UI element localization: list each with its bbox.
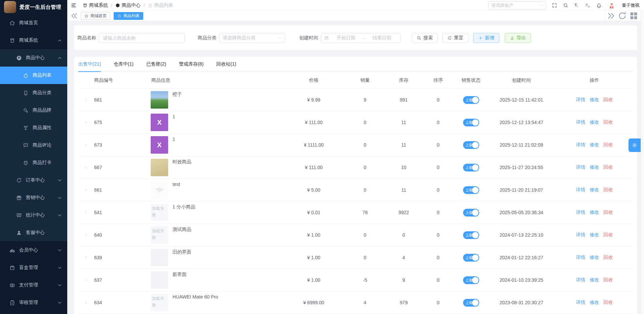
recycle-link[interactable]: 回收 [604, 300, 613, 306]
status-toggle[interactable]: 上架 [463, 119, 479, 126]
edit-link[interactable]: 修改 [590, 119, 599, 125]
recycle-link[interactable]: 回收 [604, 232, 613, 238]
expand-row-icon[interactable] [84, 278, 88, 282]
sidebar-item-goods-brand[interactable]: 商品品牌 [0, 102, 67, 119]
page-tab-0[interactable]: 商城首页 [81, 12, 110, 20]
status-tab-1[interactable]: 仓库中(1) [114, 57, 134, 72]
sidebar-item-statistics-center[interactable]: 统计中心 [0, 206, 67, 224]
detail-link[interactable]: 详情 [576, 142, 585, 148]
sidebar-item-shop-system[interactable]: 商城系统 [0, 32, 67, 49]
detail-link[interactable]: 详情 [576, 300, 585, 306]
recycle-link[interactable]: 回收 [604, 277, 613, 283]
product-name-input[interactable] [99, 33, 185, 43]
detail-link[interactable]: 详情 [576, 119, 585, 125]
sidebar-item-service-center[interactable]: 客服中心 [0, 224, 67, 241]
recycle-link[interactable]: 回收 [604, 187, 613, 193]
detail-link[interactable]: 详情 [576, 97, 585, 103]
edit-link[interactable]: 修改 [590, 209, 599, 215]
status-tab-3[interactable]: 警戒库存(8) [179, 57, 203, 72]
recycle-link[interactable]: 回收 [604, 209, 613, 215]
sidebar-item-goods-comment[interactable]: 商品评论 [0, 136, 67, 154]
detail-link[interactable]: 详情 [576, 232, 585, 238]
status-toggle[interactable]: 上架 [463, 209, 479, 217]
fullscreen-icon[interactable] [552, 3, 557, 8]
detail-link[interactable]: 详情 [576, 164, 585, 170]
expand-row-icon[interactable] [84, 143, 88, 147]
edit-link[interactable]: 修改 [590, 232, 599, 238]
sidebar-item-shop-home[interactable]: 商城首页 [0, 14, 67, 32]
breadcrumb-goods-center[interactable]: P商品中心 [115, 2, 141, 8]
status-toggle[interactable]: 上架 [463, 276, 479, 284]
expand-row-icon[interactable] [84, 233, 88, 237]
sidebar-item-blindbox-manage[interactable]: 盲盒管理 [0, 259, 67, 276]
status-toggle[interactable]: 上架 [463, 299, 479, 307]
status-toggle[interactable]: 上架 [463, 186, 479, 194]
detail-link[interactable]: 详情 [576, 209, 585, 215]
detail-link[interactable]: 详情 [576, 277, 585, 283]
sidebar-item-goods-attribute[interactable]: 商品属性 [0, 119, 67, 136]
edit-link[interactable]: 修改 [590, 277, 599, 283]
breadcrumb-goods-list[interactable]: 商品列表 [148, 2, 173, 8]
breadcrumb-shop-system[interactable]: 商城系统 [83, 2, 108, 8]
recycle-link[interactable]: 回收 [604, 254, 613, 261]
layout-grid-icon[interactable] [628, 11, 639, 21]
sidebar-item-goods-center[interactable]: P商品中心 [0, 49, 67, 67]
detail-link[interactable]: 详情 [576, 254, 585, 261]
edit-link[interactable]: 修改 [590, 164, 599, 170]
status-tab-0[interactable]: 出售中(21) [78, 57, 101, 72]
font-size-icon[interactable]: Tt [574, 3, 579, 8]
breadcrumb-label: 商城系统 [89, 2, 108, 8]
status-toggle[interactable]: 上架 [463, 96, 479, 104]
export-button[interactable]: 导出 [505, 33, 531, 43]
tabs-scroll-left-icon[interactable] [70, 11, 79, 21]
status-toggle[interactable]: 上架 [463, 254, 479, 262]
reset-button[interactable]: 重置 [442, 33, 468, 43]
menu-fold-icon[interactable] [71, 2, 77, 8]
edit-link[interactable]: 修改 [590, 187, 599, 193]
tenant-select[interactable]: 请选择租户 [488, 1, 546, 10]
edit-link[interactable]: 修改 [590, 300, 599, 306]
username[interactable]: 量子微视 [622, 2, 639, 8]
detail-link[interactable]: 详情 [576, 187, 585, 193]
sidebar-item-goods-list[interactable]: 商品列表 [0, 67, 67, 84]
add-button[interactable]: 新增 [473, 33, 499, 43]
sidebar-item-member-center[interactable]: 会员中心 [0, 241, 67, 259]
scrollbar-track[interactable] [641, 11, 644, 314]
tabs-scroll-right-icon[interactable] [605, 11, 616, 21]
search-icon[interactable] [563, 3, 568, 8]
edit-link[interactable]: 修改 [590, 142, 599, 148]
user-avatar[interactable]: ✕ 爱度 [607, 1, 616, 10]
expand-row-icon[interactable] [84, 120, 88, 124]
translate-icon[interactable]: 文A [585, 3, 591, 8]
edit-link[interactable]: 修改 [590, 254, 599, 261]
recycle-link[interactable]: 回收 [604, 164, 613, 170]
recycle-link[interactable]: 回收 [604, 119, 613, 125]
settings-fab[interactable] [629, 139, 641, 152]
category-select[interactable]: 请选择商品分类 [219, 33, 285, 43]
expand-row-icon[interactable] [84, 210, 88, 214]
expand-row-icon[interactable] [84, 98, 88, 102]
sidebar-item-goods-category[interactable]: 商品分类 [0, 84, 67, 102]
expand-row-icon[interactable] [84, 301, 88, 305]
page-tab-1[interactable]: 商品列表 [114, 12, 143, 20]
status-tab-2[interactable]: 已售罄(2) [146, 57, 166, 72]
edit-link[interactable]: 修改 [590, 97, 599, 103]
recycle-link[interactable]: 回收 [604, 97, 613, 103]
sidebar-item-goods-checkin[interactable]: 商品打卡 [0, 154, 67, 171]
expand-row-icon[interactable] [84, 256, 88, 260]
sidebar-item-order-center[interactable]: 订单中心 [0, 171, 67, 189]
status-toggle[interactable]: 上架 [463, 164, 479, 171]
status-toggle[interactable]: 上架 [463, 231, 479, 239]
expand-row-icon[interactable] [84, 188, 88, 192]
sidebar-item-payment-manage[interactable]: 支付管理 [0, 276, 67, 294]
recycle-link[interactable]: 回收 [604, 142, 613, 148]
status-toggle[interactable]: 上架 [463, 141, 479, 149]
notification-bell-icon[interactable] [596, 3, 602, 8]
sidebar-item-marketing-center[interactable]: 营销中心 [0, 189, 67, 206]
date-range-picker[interactable]: 开始日期 - 结束日期 [321, 33, 401, 43]
status-tab-4[interactable]: 回收站(1) [216, 57, 236, 72]
search-button[interactable]: 搜索 [412, 33, 438, 43]
sidebar-item-audit-manage[interactable]: 审核管理 [0, 294, 67, 311]
expand-row-icon[interactable] [84, 165, 88, 169]
refresh-page-icon[interactable] [616, 11, 628, 21]
